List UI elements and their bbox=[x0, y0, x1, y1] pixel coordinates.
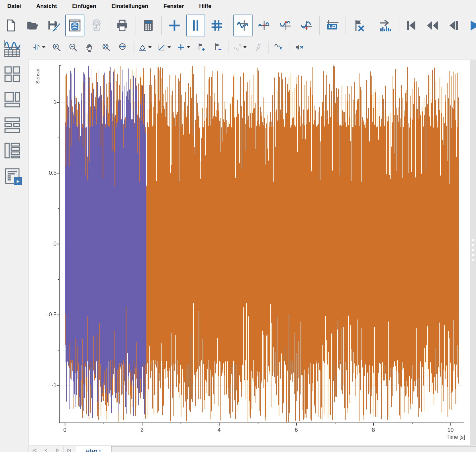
grip-dot bbox=[472, 249, 474, 251]
chevron-down-icon bbox=[187, 46, 190, 48]
numeric-display-button[interactable]: 1.23 bbox=[323, 15, 342, 36]
chevron-down-icon bbox=[42, 46, 45, 48]
layout-grid-2x2-button[interactable] bbox=[2, 64, 23, 84]
toolbar-separator bbox=[268, 41, 268, 54]
cursor-double-button[interactable] bbox=[186, 15, 205, 36]
flag-fit-button[interactable] bbox=[251, 39, 265, 55]
toolbar-separator bbox=[109, 16, 109, 35]
grip-dot bbox=[472, 244, 474, 246]
pick-curve-button[interactable] bbox=[271, 39, 286, 55]
x-axis-tick-label: 4 bbox=[209, 427, 229, 434]
save-edit-button[interactable] bbox=[44, 15, 63, 36]
toolbar-separator bbox=[372, 16, 372, 35]
toolbar-separator bbox=[398, 16, 398, 35]
calculator-button[interactable] bbox=[139, 15, 158, 36]
numeric-display-label: 1.23 bbox=[327, 24, 337, 29]
grip-dot bbox=[472, 254, 474, 256]
menu-datei[interactable]: Datei bbox=[3, 2, 26, 11]
sheet-tab-bar: Blatt 1 bbox=[28, 445, 476, 452]
nav-rewind-button[interactable] bbox=[423, 15, 442, 36]
toolbar-separator bbox=[319, 16, 320, 35]
x-axis-tick-label: 2 bbox=[132, 427, 152, 434]
toolbar-separator bbox=[289, 41, 289, 54]
sheet-last-button[interactable] bbox=[64, 446, 75, 452]
y-axis-tick-label: -0.5 bbox=[29, 311, 57, 318]
x-axis-title: Time [s] bbox=[447, 434, 465, 440]
chevron-down-icon bbox=[243, 46, 247, 48]
y-axis-tick-label: -1 bbox=[29, 382, 57, 389]
sheet-next-button[interactable] bbox=[52, 446, 64, 452]
mute-button[interactable] bbox=[292, 39, 307, 55]
fit-curve-button[interactable] bbox=[231, 39, 249, 55]
envelope-button[interactable] bbox=[136, 39, 154, 55]
chevron-down-icon bbox=[167, 46, 171, 48]
toolbar-separator bbox=[228, 41, 228, 54]
slope-button[interactable] bbox=[156, 39, 173, 55]
sheet-prev-button[interactable] bbox=[40, 446, 52, 452]
toolbar-separator bbox=[133, 41, 133, 54]
play-button[interactable] bbox=[465, 15, 476, 36]
view-curve-table-button[interactable] bbox=[2, 38, 23, 59]
grip-dot bbox=[472, 259, 474, 261]
menu-fenster[interactable]: Fenster bbox=[159, 2, 188, 11]
layout-list-button[interactable] bbox=[2, 140, 23, 161]
tab-strip-empty bbox=[112, 446, 476, 452]
data-manager-button[interactable] bbox=[65, 15, 84, 36]
cursor-single-button[interactable] bbox=[165, 15, 184, 36]
cursor-grid-button[interactable] bbox=[207, 15, 226, 36]
flag-remove-button[interactable] bbox=[211, 39, 225, 55]
zoom-out-button[interactable] bbox=[66, 39, 80, 55]
main-toolbar: 1.23 bbox=[0, 13, 476, 38]
toolbar-separator bbox=[230, 16, 230, 35]
snap-edge-button[interactable] bbox=[255, 15, 274, 36]
formula-badge: F bbox=[14, 177, 22, 185]
x-axis-tick-label: 6 bbox=[286, 427, 306, 434]
plot-panel: Sensor Time [s] 10.50-0.5-10246810 bbox=[28, 60, 471, 445]
add-point-button[interactable] bbox=[175, 39, 192, 55]
sheet-first-button[interactable] bbox=[28, 446, 40, 452]
open-folder-button[interactable] bbox=[23, 15, 42, 36]
nav-step-back-button[interactable] bbox=[444, 15, 463, 36]
y-axis-tick-label: 1 bbox=[29, 99, 57, 106]
y-axis-tick-label: 0 bbox=[29, 240, 57, 248]
chevron-down-icon bbox=[148, 46, 152, 48]
zoom-in-button[interactable] bbox=[49, 39, 64, 55]
snap-min-button[interactable] bbox=[297, 15, 316, 36]
print-button[interactable] bbox=[113, 15, 132, 36]
pan-hand-button[interactable] bbox=[82, 39, 97, 55]
grip-dot bbox=[472, 239, 474, 241]
waveform-plot[interactable] bbox=[29, 60, 470, 445]
menu-einstellungen[interactable]: Einstellungen bbox=[107, 2, 153, 11]
layout-main-side-bottom-button[interactable] bbox=[2, 89, 23, 110]
layout-sidebar: F bbox=[0, 38, 28, 191]
snap-max-button[interactable] bbox=[276, 15, 295, 36]
cursor-config-button[interactable] bbox=[30, 39, 47, 55]
menu-ansicht[interactable]: Ansicht bbox=[32, 2, 62, 11]
x-axis-tick-label: 10 bbox=[441, 427, 460, 434]
menu-bar: Datei Ansicht Einfügen Einstellungen Fen… bbox=[0, 0, 476, 12]
x-axis-tick-label: 8 bbox=[363, 427, 383, 434]
export-stats-button[interactable] bbox=[375, 15, 395, 36]
zoom-back-button[interactable] bbox=[116, 39, 130, 55]
y-axis-tick-label: 0.5 bbox=[29, 169, 57, 177]
nav-first-button[interactable] bbox=[402, 15, 421, 36]
toolbar-separator bbox=[135, 16, 135, 35]
toolbar-separator bbox=[161, 16, 162, 35]
panel-splitter[interactable] bbox=[471, 60, 476, 445]
report-formula-button[interactable]: F bbox=[2, 166, 23, 186]
zoom-toolbar bbox=[29, 38, 308, 56]
touch-mode-button[interactable] bbox=[86, 15, 106, 36]
y-axis-title: Sensor bbox=[35, 61, 40, 91]
new-file-button[interactable] bbox=[2, 15, 21, 36]
flag-add-button[interactable] bbox=[194, 39, 209, 55]
sheet-tab-blatt1[interactable]: Blatt 1 bbox=[76, 446, 112, 452]
menu-einfuegen[interactable]: Einfügen bbox=[68, 2, 101, 11]
delete-flags-button[interactable] bbox=[349, 15, 368, 36]
x-axis-tick-label: 0 bbox=[55, 427, 75, 434]
toolbar-separator bbox=[346, 16, 346, 35]
wave-cursor-button[interactable] bbox=[233, 15, 253, 36]
zoom-reset-button[interactable] bbox=[99, 39, 114, 55]
menu-hilfe[interactable]: Hilfe bbox=[195, 2, 216, 11]
layout-rows-split-button[interactable] bbox=[2, 115, 23, 135]
